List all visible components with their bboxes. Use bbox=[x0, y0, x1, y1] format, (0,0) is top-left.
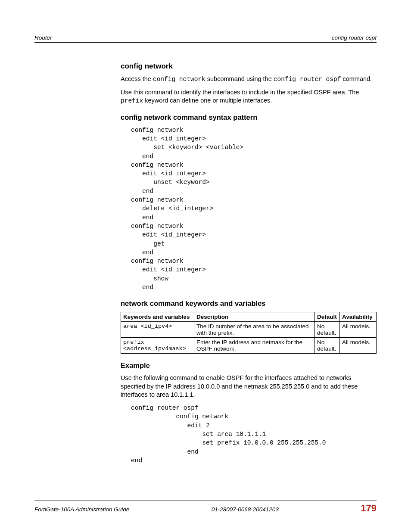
running-header: Router config router ospf bbox=[34, 34, 377, 43]
header-right: config router ospf bbox=[332, 34, 377, 41]
page-body: Router config router ospf config network… bbox=[34, 34, 377, 506]
cell-def: No default. bbox=[315, 322, 340, 338]
para-use-command: Use this command to identify the interfa… bbox=[121, 88, 377, 106]
table-row: prefix <address_ipv4mask> Enter the IP a… bbox=[121, 338, 377, 354]
code-syntax: config network edit <id_integer> set <ke… bbox=[131, 126, 377, 292]
header-left: Router bbox=[34, 34, 52, 41]
keywords-table: Keywords and variables Description Defau… bbox=[121, 312, 377, 354]
cell-av: All models. bbox=[340, 338, 377, 354]
footer-docnum: 01-28007-0068-20041203 bbox=[212, 506, 279, 513]
cell-kw: area <id_ipv4> bbox=[121, 322, 194, 338]
page-number: 179 bbox=[361, 503, 377, 514]
main-content: config network Access the config network… bbox=[121, 62, 377, 465]
section-title-keywords: network command keywords and variables bbox=[121, 299, 377, 308]
cell-def: No default. bbox=[315, 338, 340, 354]
table-header-row: Keywords and variables Description Defau… bbox=[121, 312, 377, 322]
cell-desc: Enter the IP address and netmask for the… bbox=[194, 338, 315, 354]
section-title-syntax: config network command syntax pattern bbox=[121, 113, 377, 121]
running-footer: FortiGate-100A Administration Guide 01-2… bbox=[34, 501, 377, 514]
para-access: Access the config network subcommand usi… bbox=[121, 75, 377, 84]
code-example: config router ospf config network edit 2… bbox=[131, 404, 377, 465]
cell-av: All models. bbox=[340, 322, 377, 338]
col-header-av: Availability bbox=[340, 312, 377, 322]
para-example: Use the following command to enable OSPF… bbox=[121, 374, 377, 399]
col-header-desc: Description bbox=[194, 312, 315, 322]
col-header-def: Default bbox=[315, 312, 340, 322]
col-header-kw: Keywords and variables bbox=[121, 312, 194, 322]
section-title-example: Example bbox=[121, 361, 377, 370]
section-title-config-network: config network bbox=[121, 62, 377, 71]
table-row: area <id_ipv4> The ID number of the area… bbox=[121, 322, 377, 338]
footer-guide: FortiGate-100A Administration Guide bbox=[34, 506, 129, 513]
cell-kw: prefix <address_ipv4mask> bbox=[121, 338, 194, 354]
cell-desc: The ID number of the area to be associat… bbox=[194, 322, 315, 338]
